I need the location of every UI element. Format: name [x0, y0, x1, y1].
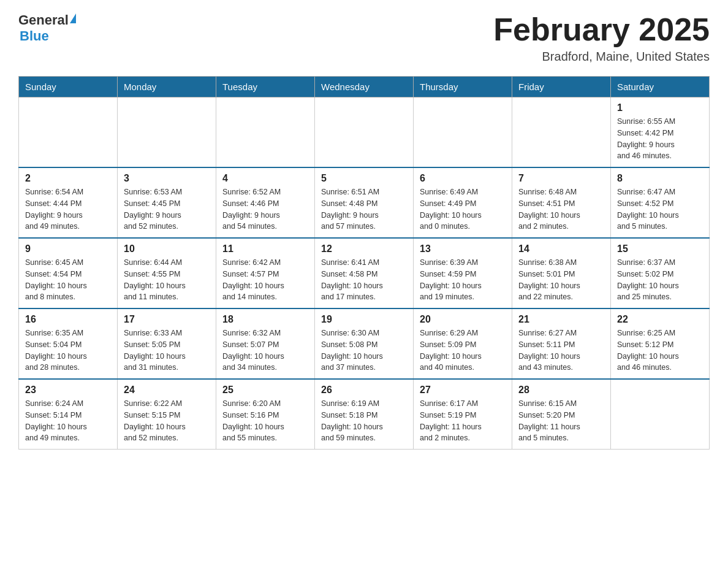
day-number: 15	[617, 243, 703, 255]
day-number: 27	[420, 385, 506, 396]
calendar-cell: 23Sunrise: 6:24 AM Sunset: 5:14 PM Dayli…	[19, 379, 118, 450]
calendar-cell: 25Sunrise: 6:20 AM Sunset: 5:16 PM Dayli…	[216, 379, 315, 450]
day-info: Sunrise: 6:49 AM Sunset: 4:49 PM Dayligh…	[420, 186, 506, 232]
calendar-week-row: 2Sunrise: 6:54 AM Sunset: 4:44 PM Daylig…	[19, 167, 710, 238]
weekday-header-tuesday: Tuesday	[216, 77, 315, 98]
day-number: 24	[124, 385, 210, 396]
day-info: Sunrise: 6:41 AM Sunset: 4:58 PM Dayligh…	[321, 257, 407, 303]
weekday-header-saturday: Saturday	[611, 77, 710, 98]
calendar-cell	[315, 98, 414, 168]
day-info: Sunrise: 6:52 AM Sunset: 4:46 PM Dayligh…	[222, 186, 308, 232]
calendar-cell: 17Sunrise: 6:33 AM Sunset: 5:05 PM Dayli…	[118, 308, 216, 379]
day-number: 3	[124, 173, 210, 184]
logo: General Blue	[18, 12, 76, 44]
calendar-cell	[19, 98, 118, 168]
day-info: Sunrise: 6:20 AM Sunset: 5:16 PM Dayligh…	[222, 398, 308, 444]
calendar-cell: 20Sunrise: 6:29 AM Sunset: 5:09 PM Dayli…	[414, 308, 512, 379]
day-number: 20	[420, 314, 506, 325]
month-title: February 2025	[493, 12, 710, 47]
title-block: February 2025 Bradford, Maine, United St…	[493, 12, 710, 64]
calendar-cell: 1Sunrise: 6:55 AM Sunset: 4:42 PM Daylig…	[611, 98, 710, 168]
day-number: 6	[420, 173, 506, 184]
calendar-week-row: 16Sunrise: 6:35 AM Sunset: 5:04 PM Dayli…	[19, 308, 710, 379]
day-number: 9	[25, 243, 111, 255]
day-info: Sunrise: 6:47 AM Sunset: 4:52 PM Dayligh…	[617, 186, 703, 232]
day-number: 16	[25, 314, 111, 325]
day-number: 26	[321, 385, 407, 396]
calendar-header-row: SundayMondayTuesdayWednesdayThursdayFrid…	[19, 77, 710, 98]
day-info: Sunrise: 6:45 AM Sunset: 4:54 PM Dayligh…	[25, 257, 111, 303]
day-number: 13	[420, 243, 506, 255]
day-number: 22	[617, 314, 703, 325]
day-info: Sunrise: 6:54 AM Sunset: 4:44 PM Dayligh…	[25, 186, 111, 232]
day-info: Sunrise: 6:39 AM Sunset: 4:59 PM Dayligh…	[420, 257, 506, 303]
weekday-header-friday: Friday	[512, 77, 611, 98]
calendar-cell	[512, 98, 611, 168]
calendar-cell: 28Sunrise: 6:15 AM Sunset: 5:20 PM Dayli…	[512, 379, 611, 450]
day-number: 12	[321, 243, 407, 255]
calendar-cell	[611, 379, 710, 450]
day-number: 19	[321, 314, 407, 325]
day-info: Sunrise: 6:32 AM Sunset: 5:07 PM Dayligh…	[222, 327, 308, 373]
day-info: Sunrise: 6:35 AM Sunset: 5:04 PM Dayligh…	[25, 327, 111, 373]
calendar-cell: 13Sunrise: 6:39 AM Sunset: 4:59 PM Dayli…	[414, 238, 512, 308]
calendar-week-row: 23Sunrise: 6:24 AM Sunset: 5:14 PM Dayli…	[19, 379, 710, 450]
day-info: Sunrise: 6:22 AM Sunset: 5:15 PM Dayligh…	[124, 398, 210, 444]
calendar-cell: 10Sunrise: 6:44 AM Sunset: 4:55 PM Dayli…	[118, 238, 216, 308]
day-number: 23	[25, 385, 111, 396]
calendar-cell: 24Sunrise: 6:22 AM Sunset: 5:15 PM Dayli…	[118, 379, 216, 450]
day-info: Sunrise: 6:29 AM Sunset: 5:09 PM Dayligh…	[420, 327, 506, 373]
logo-triangle-icon	[70, 13, 76, 23]
day-info: Sunrise: 6:33 AM Sunset: 5:05 PM Dayligh…	[124, 327, 210, 373]
calendar-cell: 8Sunrise: 6:47 AM Sunset: 4:52 PM Daylig…	[611, 167, 710, 238]
day-info: Sunrise: 6:38 AM Sunset: 5:01 PM Dayligh…	[518, 257, 604, 303]
weekday-header-wednesday: Wednesday	[315, 77, 414, 98]
calendar-cell: 3Sunrise: 6:53 AM Sunset: 4:45 PM Daylig…	[118, 167, 216, 238]
calendar-cell	[216, 98, 315, 168]
page-header: General Blue February 2025 Bradford, Mai…	[18, 12, 710, 64]
day-info: Sunrise: 6:25 AM Sunset: 5:12 PM Dayligh…	[617, 327, 703, 373]
day-number: 1	[617, 102, 703, 113]
calendar-cell: 6Sunrise: 6:49 AM Sunset: 4:49 PM Daylig…	[414, 167, 512, 238]
weekday-header-thursday: Thursday	[414, 77, 512, 98]
calendar-cell: 2Sunrise: 6:54 AM Sunset: 4:44 PM Daylig…	[19, 167, 118, 238]
day-number: 4	[222, 173, 308, 184]
day-number: 8	[617, 173, 703, 184]
calendar-week-row: 9Sunrise: 6:45 AM Sunset: 4:54 PM Daylig…	[19, 238, 710, 308]
day-number: 21	[518, 314, 604, 325]
day-info: Sunrise: 6:30 AM Sunset: 5:08 PM Dayligh…	[321, 327, 407, 373]
calendar-cell: 7Sunrise: 6:48 AM Sunset: 4:51 PM Daylig…	[512, 167, 611, 238]
day-number: 10	[124, 243, 210, 255]
day-info: Sunrise: 6:19 AM Sunset: 5:18 PM Dayligh…	[321, 398, 407, 444]
calendar-week-row: 1Sunrise: 6:55 AM Sunset: 4:42 PM Daylig…	[19, 98, 710, 168]
day-number: 28	[518, 385, 604, 396]
calendar-cell: 12Sunrise: 6:41 AM Sunset: 4:58 PM Dayli…	[315, 238, 414, 308]
calendar-cell	[414, 98, 512, 168]
day-info: Sunrise: 6:17 AM Sunset: 5:19 PM Dayligh…	[420, 398, 506, 444]
calendar-cell	[118, 98, 216, 168]
logo-general-text: General	[18, 12, 69, 28]
calendar-cell: 26Sunrise: 6:19 AM Sunset: 5:18 PM Dayli…	[315, 379, 414, 450]
calendar-cell: 11Sunrise: 6:42 AM Sunset: 4:57 PM Dayli…	[216, 238, 315, 308]
day-number: 18	[222, 314, 308, 325]
logo-blue-text: Blue	[20, 28, 49, 44]
day-info: Sunrise: 6:15 AM Sunset: 5:20 PM Dayligh…	[518, 398, 604, 444]
calendar-cell: 5Sunrise: 6:51 AM Sunset: 4:48 PM Daylig…	[315, 167, 414, 238]
day-number: 11	[222, 243, 308, 255]
day-info: Sunrise: 6:48 AM Sunset: 4:51 PM Dayligh…	[518, 186, 604, 232]
weekday-header-monday: Monday	[118, 77, 216, 98]
day-number: 25	[222, 385, 308, 396]
calendar-cell: 19Sunrise: 6:30 AM Sunset: 5:08 PM Dayli…	[315, 308, 414, 379]
day-info: Sunrise: 6:51 AM Sunset: 4:48 PM Dayligh…	[321, 186, 407, 232]
calendar-cell: 14Sunrise: 6:38 AM Sunset: 5:01 PM Dayli…	[512, 238, 611, 308]
calendar-cell: 9Sunrise: 6:45 AM Sunset: 4:54 PM Daylig…	[19, 238, 118, 308]
calendar-cell: 15Sunrise: 6:37 AM Sunset: 5:02 PM Dayli…	[611, 238, 710, 308]
calendar-cell: 16Sunrise: 6:35 AM Sunset: 5:04 PM Dayli…	[19, 308, 118, 379]
calendar-table: SundayMondayTuesdayWednesdayThursdayFrid…	[18, 76, 710, 450]
calendar-cell: 22Sunrise: 6:25 AM Sunset: 5:12 PM Dayli…	[611, 308, 710, 379]
day-info: Sunrise: 6:44 AM Sunset: 4:55 PM Dayligh…	[124, 257, 210, 303]
calendar-cell: 21Sunrise: 6:27 AM Sunset: 5:11 PM Dayli…	[512, 308, 611, 379]
calendar-cell: 27Sunrise: 6:17 AM Sunset: 5:19 PM Dayli…	[414, 379, 512, 450]
day-info: Sunrise: 6:37 AM Sunset: 5:02 PM Dayligh…	[617, 257, 703, 303]
location-title: Bradford, Maine, United States	[493, 50, 710, 64]
